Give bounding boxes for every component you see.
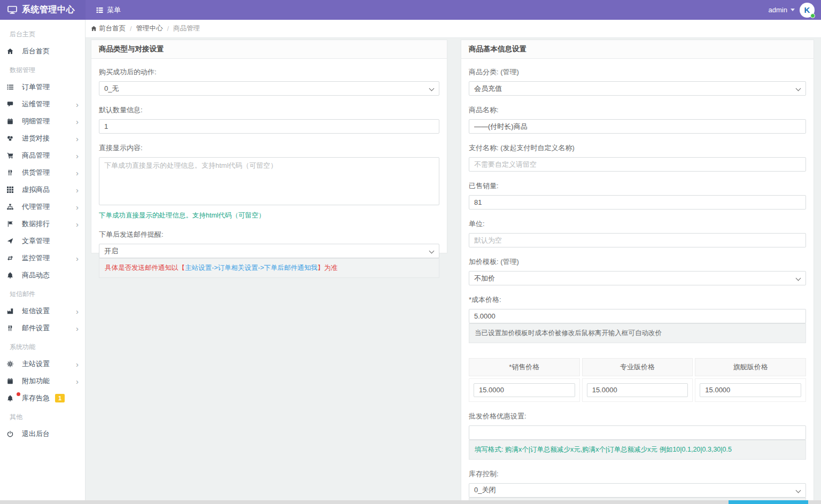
alert-dot xyxy=(17,392,20,396)
chevron-right-icon: › xyxy=(76,186,79,194)
sidebar-item[interactable]: 商品动态 xyxy=(0,267,85,284)
sidebar-item-label: 订单管理 xyxy=(22,82,50,92)
mail-note: 具体是否发送邮件通知以【主站设置->订单相关设置->下单后邮件通知我】为准 xyxy=(99,258,439,278)
avatar-letter: K xyxy=(804,5,810,14)
price-table: *销售价格专业版价格旗舰版价格 xyxy=(469,358,806,402)
cutlery-icon xyxy=(5,325,15,331)
sidebar-item[interactable]: 附加功能› xyxy=(0,373,85,390)
price-input[interactable] xyxy=(587,383,688,397)
power-icon xyxy=(5,431,15,437)
breadcrumb-home[interactable]: 前台首页 xyxy=(91,24,126,33)
sidebar-item[interactable]: 后台首页 xyxy=(0,43,85,60)
chevron-down-icon xyxy=(796,487,801,493)
breadcrumb-mid[interactable]: 管理中心 xyxy=(136,24,162,33)
sidebar-item-label: 后台首页 xyxy=(22,46,50,56)
flag-icon xyxy=(5,221,15,227)
content-hint: 下单成功直接显示的处理信息。支持html代码（可留空） xyxy=(99,211,439,220)
sidebar-item-label: 邮件设置 xyxy=(22,323,50,333)
mail-note-suffix: 】为准 xyxy=(317,264,338,272)
retweet-icon xyxy=(5,255,15,261)
cart-icon xyxy=(5,152,15,159)
category-label: 商品分类: (管理) xyxy=(469,67,806,77)
pay-name-input[interactable] xyxy=(469,157,806,172)
sidebar: 后台主页后台首页数据管理订单管理运维管理›明细管理›进货对接›商品管理›供货管理… xyxy=(0,20,86,504)
sidebar-item-label: 商品动态 xyxy=(22,270,50,280)
content-textarea[interactable] xyxy=(99,157,439,205)
menu-icon xyxy=(96,7,103,13)
mail-note-link[interactable]: 主站设置->订单相关设置->下单后邮件通知我 xyxy=(185,264,317,272)
cost-hint: 当已设置加价模板时成本价被修改后鼠标离开输入框可自动改价 xyxy=(469,323,806,343)
avatar[interactable]: K xyxy=(800,3,815,18)
action-label: 购买成功后的动作: xyxy=(99,67,439,77)
sidebar-item[interactable]: 代理管理› xyxy=(0,198,85,215)
wholesale-input[interactable] xyxy=(469,425,806,440)
sidebar-item[interactable]: 数据排行› xyxy=(0,215,85,232)
price-input[interactable] xyxy=(474,383,575,397)
mail-select[interactable]: 开启 xyxy=(99,244,439,258)
sidebar-item-label: 进货对接 xyxy=(22,134,50,143)
sidebar-item[interactable]: 虚拟商品› xyxy=(0,181,85,198)
sidebar-item-label: 短信设置 xyxy=(22,306,50,316)
breadcrumb-separator: / xyxy=(130,25,131,33)
sidebar-item-label: 供货管理 xyxy=(22,168,50,177)
mail-select-value: 开启 xyxy=(104,246,118,256)
price-cell xyxy=(695,378,806,402)
breadcrumb-separator: / xyxy=(167,25,168,33)
sitemap-icon xyxy=(5,204,15,210)
sidebar-item[interactable]: 文章管理 xyxy=(0,232,85,250)
stock-select-value: 0_关闭 xyxy=(474,485,495,495)
sidebar-item-label: 库存告急 xyxy=(22,393,50,403)
unit-input[interactable] xyxy=(469,233,806,247)
sold-input[interactable] xyxy=(469,195,806,210)
category-select[interactable]: 会员充值 xyxy=(469,81,806,96)
bell-icon xyxy=(5,272,15,278)
stock-alert-badge: 1 xyxy=(55,394,65,402)
caret-down-icon xyxy=(791,9,795,11)
sidebar-item[interactable]: 监控管理› xyxy=(0,250,85,267)
desktop-icon xyxy=(7,6,17,14)
cost-input[interactable] xyxy=(469,309,806,323)
sidebar-section-label: 其他 xyxy=(0,407,85,425)
markup-select-value: 不加价 xyxy=(474,274,495,283)
sidebar-item[interactable]: 库存告急1 xyxy=(0,390,85,407)
price-cell xyxy=(582,378,693,402)
markup-select[interactable]: 不加价 xyxy=(469,271,806,285)
sidebar-item[interactable]: 短信设置› xyxy=(0,303,85,320)
chevron-right-icon: › xyxy=(76,135,79,143)
breadcrumb: 前台首页 / 管理中心 / 商品管理 xyxy=(91,24,200,33)
sidebar-item[interactable]: 运维管理› xyxy=(0,96,85,113)
main-content: 商品类型与对接设置 购买成功后的动作: 0_无 默认数量信息: 直接显示内容: … xyxy=(86,38,821,504)
grid-icon xyxy=(5,187,15,193)
sidebar-item-label: 退出后台 xyxy=(22,429,50,439)
sidebar-item-label: 商品管理 xyxy=(22,151,50,160)
product-name-input[interactable] xyxy=(469,119,806,134)
horizontal-scrollbar-track[interactable] xyxy=(0,500,821,504)
stock-select[interactable]: 0_关闭 xyxy=(469,483,806,498)
sidebar-item[interactable]: 商品管理› xyxy=(0,147,85,164)
qty-input[interactable] xyxy=(99,119,439,134)
menu-button[interactable]: 菜单 xyxy=(96,5,121,15)
category-select-value: 会员充值 xyxy=(474,84,502,94)
sidebar-section-label: 数据管理 xyxy=(0,60,85,79)
sidebar-item[interactable]: 进货对接› xyxy=(0,130,85,147)
home-icon xyxy=(91,26,97,32)
chevron-right-icon: › xyxy=(76,152,79,160)
sidebar-item[interactable]: 供货管理› xyxy=(0,164,85,181)
sidebar-item[interactable]: 订单管理 xyxy=(0,79,85,96)
unit-label: 单位: xyxy=(469,219,806,229)
app-logo[interactable]: 系统管理中心 xyxy=(0,0,86,20)
chevron-right-icon: › xyxy=(76,360,79,368)
price-input[interactable] xyxy=(700,383,801,397)
action-select[interactable]: 0_无 xyxy=(99,81,439,96)
user-dropdown[interactable]: admin xyxy=(769,6,795,14)
chevron-right-icon: › xyxy=(76,377,79,385)
sidebar-item-label: 主站设置 xyxy=(22,359,50,369)
sidebar-section-label: 短信邮件 xyxy=(0,284,85,303)
horizontal-scrollbar-thumb[interactable] xyxy=(729,500,808,504)
sidebar-item[interactable]: 退出后台 xyxy=(0,425,85,443)
sidebar-item[interactable]: 主站设置› xyxy=(0,355,85,373)
action-select-value: 0_无 xyxy=(104,84,119,94)
panel-product-type: 商品类型与对接设置 购买成功后的动作: 0_无 默认数量信息: 直接显示内容: … xyxy=(91,40,447,253)
sidebar-item[interactable]: 邮件设置› xyxy=(0,320,85,337)
sidebar-item[interactable]: 明细管理› xyxy=(0,113,85,130)
